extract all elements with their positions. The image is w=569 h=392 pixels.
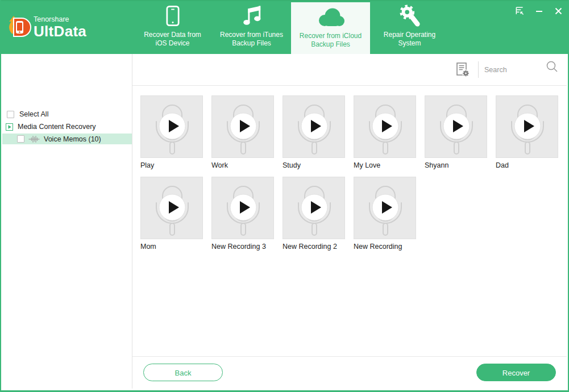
microphone-icon <box>354 96 417 159</box>
expand-node-icon[interactable] <box>6 123 13 131</box>
voice-memo-cell: My Love <box>354 95 416 169</box>
voice-memo-cell: Study <box>283 95 345 169</box>
voice-memo-label: New Recording 2 <box>283 243 345 251</box>
close-icon[interactable] <box>553 6 563 16</box>
voice-memo-cell: Dad <box>496 95 558 169</box>
tab-recover-itunes-backup[interactable]: Recover from iTunes Backup Files <box>212 1 291 55</box>
voice-memo-label: Shyann <box>425 161 487 169</box>
microphone-icon <box>496 96 559 159</box>
microphone-icon <box>425 96 488 159</box>
search-input[interactable] <box>483 62 545 78</box>
waveform-icon <box>28 135 40 143</box>
sidebar-group-media-content-recovery[interactable]: Media Content Recovery <box>6 122 96 132</box>
search-icon[interactable] <box>546 60 558 73</box>
voice-memo-label: Study <box>283 161 345 169</box>
sidebar-item-label: Voice Memos (10) <box>44 135 101 143</box>
voice-memo-tile[interactable] <box>140 95 203 158</box>
voice-memo-label: Play <box>140 161 203 169</box>
play-icon <box>301 194 327 220</box>
voice-memo-cell: New Recording 3 <box>211 177 274 251</box>
voice-memo-label: Dad <box>496 161 558 169</box>
play-icon <box>443 113 470 139</box>
tab-label-line: Backup Files <box>300 40 362 49</box>
feedback-icon[interactable] <box>514 6 525 16</box>
play-icon <box>514 113 541 139</box>
toolbar <box>132 54 567 86</box>
microphone-icon <box>283 177 346 240</box>
voice-memo-cell: New Recording <box>354 177 416 251</box>
microphone-icon <box>283 96 346 159</box>
play-icon <box>372 113 398 139</box>
brand-text: Tenorshare UltData <box>34 15 86 39</box>
cloud-icon <box>317 7 345 27</box>
play-icon <box>301 113 327 139</box>
music-note-icon <box>241 6 263 27</box>
voice-memo-label: New Recording <box>354 243 416 251</box>
tab-label-line: Recover from iCloud <box>300 32 362 40</box>
voice-memo-cell: Shyann <box>425 95 487 169</box>
recover-button[interactable]: Recover <box>476 364 556 381</box>
back-button[interactable]: Back <box>143 364 223 381</box>
play-icon <box>159 194 185 220</box>
tab-label-line: System <box>384 39 435 48</box>
microphone-icon <box>141 177 203 240</box>
main-tabs: Recover Data from iOS Device Recover fro… <box>133 1 449 55</box>
voice-memo-tile[interactable] <box>211 95 274 158</box>
microphone-icon <box>212 177 275 240</box>
ultdata-logo-icon <box>7 15 32 40</box>
wrench-gear-icon <box>398 4 422 28</box>
sidebar-item-voice-memos[interactable]: Voice Memos (10) <box>2 134 132 144</box>
sidebar: Select All Media Content Recovery Voice … <box>2 54 132 389</box>
voice-memo-cell: Play <box>140 95 203 169</box>
play-icon <box>230 194 256 220</box>
voice-memos-checkbox[interactable] <box>17 135 24 143</box>
tab-label-line: Recover Data from <box>144 31 201 39</box>
window-controls <box>514 6 563 16</box>
footer-bar: Back Recover <box>132 356 567 389</box>
brand-product: UltData <box>34 23 86 39</box>
microphone-icon <box>141 96 203 159</box>
voice-memo-tile[interactable] <box>354 177 416 239</box>
tab-recover-icloud-backup[interactable]: Recover from iCloud Backup Files <box>291 2 370 55</box>
play-icon <box>230 113 256 139</box>
app-window: Tenorshare UltData Recover Data from iOS… <box>0 0 569 392</box>
main-panel: Play Work <box>132 54 567 389</box>
voice-memo-tile[interactable] <box>211 177 274 239</box>
voice-memo-tile[interactable] <box>283 95 345 158</box>
voice-memo-tile[interactable] <box>496 95 558 158</box>
tab-recover-ios-device[interactable]: Recover Data from iOS Device <box>133 1 212 55</box>
select-all-checkbox[interactable] <box>7 111 14 118</box>
select-all-label: Select All <box>19 110 48 118</box>
play-icon <box>372 194 398 220</box>
tab-repair-operating-system[interactable]: Repair Operating System <box>370 1 449 55</box>
voice-memo-label: Mom <box>140 243 203 251</box>
tab-label-line: Recover from iTunes <box>220 31 283 39</box>
voice-memo-tile[interactable] <box>425 95 487 158</box>
voice-memo-cell: Mom <box>140 177 203 251</box>
voice-memo-cell: New Recording 2 <box>283 177 345 251</box>
tab-label-line: iOS Device <box>144 39 201 48</box>
tab-label-line: Backup Files <box>220 39 283 48</box>
toolbar-divider <box>478 61 479 78</box>
sidebar-group-label: Media Content Recovery <box>18 123 96 131</box>
brand-company: Tenorshare <box>34 15 86 23</box>
header-bar: Tenorshare UltData Recover Data from iOS… <box>1 0 568 54</box>
voice-memo-tile[interactable] <box>283 177 345 239</box>
voice-memo-label: Work <box>211 161 274 169</box>
voice-memo-label: My Love <box>354 161 416 169</box>
microphone-icon <box>212 96 275 159</box>
select-all-row[interactable]: Select All <box>7 109 48 119</box>
minimize-icon[interactable] <box>534 6 544 16</box>
iphone-icon <box>166 5 180 27</box>
voice-memo-tile[interactable] <box>354 95 416 158</box>
voice-memo-cell: Work <box>211 95 274 169</box>
voice-memo-label: New Recording 3 <box>211 243 274 251</box>
view-settings-icon[interactable] <box>455 61 470 77</box>
play-icon <box>159 113 185 139</box>
microphone-icon <box>354 177 417 240</box>
voice-memo-tile[interactable] <box>140 177 203 239</box>
voice-memo-grid: Play Work <box>132 86 569 258</box>
tab-label-line: Repair Operating <box>384 31 435 39</box>
